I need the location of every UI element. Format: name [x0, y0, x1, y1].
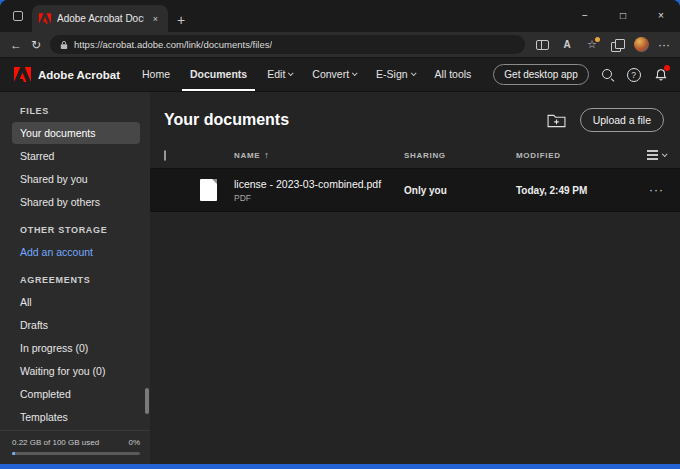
storage-percent: 0% [128, 438, 140, 447]
row-options-icon[interactable]: ··· [649, 183, 680, 197]
browser-profile-avatar[interactable] [634, 37, 649, 52]
get-desktop-app-button[interactable]: Get desktop app [493, 64, 588, 85]
main-header: Your documents Upload a file [150, 92, 680, 142]
split-screen-glyph [536, 40, 549, 50]
browser-window: Adobe Acrobat Documents × + − □ × ← ↻ ht… [0, 0, 680, 464]
storage-progress-bar [12, 452, 140, 455]
acrobat-header-actions: Get desktop app ? [493, 58, 680, 91]
storage-progress-fill [12, 452, 15, 455]
sidebar-item-waiting-for-you[interactable]: Waiting for you (0) [12, 360, 140, 382]
nav-edit[interactable]: Edit [259, 58, 300, 91]
chevron-down-icon [410, 70, 416, 76]
maximize-button[interactable]: □ [604, 0, 642, 30]
sidebar-section-other-storage: OTHER STORAGE [20, 225, 140, 235]
collections-icon[interactable] [609, 37, 625, 53]
taskbar-strip [0, 464, 680, 469]
sidebar-list: FILES Your documents Starred Shared by y… [0, 92, 150, 430]
sidebar-item-shared-by-you[interactable]: Shared by you [12, 168, 140, 190]
list-view-icon [647, 154, 658, 156]
browser-menu-icon[interactable]: ··· [658, 39, 670, 51]
brand-name: Adobe Acrobat [38, 69, 120, 81]
sidebar-item-templates[interactable]: Templates [12, 406, 140, 428]
acrobat-nav: Home Documents Edit Convert E-Sign All t… [134, 58, 479, 91]
select-all-checkbox[interactable] [164, 150, 166, 161]
nav-edit-label: Edit [267, 68, 285, 80]
tab-actions-glyph [13, 11, 23, 21]
upload-file-button[interactable]: Upload a file [580, 108, 664, 132]
tab-actions-menu-icon[interactable] [6, 2, 30, 30]
content-area: FILES Your documents Starred Shared by y… [0, 92, 680, 464]
main-actions: Upload a file [547, 108, 664, 132]
file-name-cell: license - 2023-03-combined.pdf PDF [234, 178, 404, 203]
minimize-button[interactable]: − [566, 0, 604, 30]
main-panel: Your documents Upload a file NAME ↑ SHA [150, 92, 680, 464]
sidebar-item-starred[interactable]: Starred [12, 145, 140, 167]
pdf-thumbnail [200, 179, 217, 201]
create-folder-icon[interactable] [547, 113, 566, 128]
collections-glyph [611, 39, 623, 51]
notification-badge [664, 65, 670, 71]
column-header-modified[interactable]: MODIFIED [516, 151, 646, 160]
nav-esign[interactable]: E-Sign [368, 58, 423, 91]
chevron-down-icon [352, 70, 358, 76]
acrobat-favicon-icon [39, 13, 51, 25]
favorite-badge-dot [595, 37, 600, 42]
close-button[interactable]: × [642, 0, 680, 30]
sidebar-item-all[interactable]: All [12, 291, 140, 313]
browser-tab-strip: Adobe Acrobat Documents × + − □ × [0, 0, 680, 32]
column-header-name[interactable]: NAME ↑ [190, 150, 404, 160]
file-name: license - 2023-03-combined.pdf [234, 178, 404, 190]
page-title: Your documents [164, 111, 289, 129]
sidebar: FILES Your documents Starred Shared by y… [0, 92, 150, 464]
refresh-icon[interactable]: ↻ [31, 39, 41, 51]
storage-usage-text: 0.22 GB of 100 GB used [12, 438, 99, 447]
read-aloud-icon[interactable]: A [559, 37, 575, 53]
window-controls: − □ × [566, 0, 680, 30]
chevron-down-icon [288, 70, 294, 76]
nav-home[interactable]: Home [134, 58, 178, 91]
browser-tab[interactable]: Adobe Acrobat Documents × [32, 5, 168, 32]
sidebar-item-drafts[interactable]: Drafts [12, 314, 140, 336]
sidebar-item-in-progress[interactable]: In progress (0) [12, 337, 140, 359]
acrobat-header: Adobe Acrobat Home Documents Edit Conver… [0, 58, 680, 92]
notifications-bell-icon[interactable] [653, 67, 669, 83]
back-icon[interactable]: ← [10, 39, 22, 51]
tab-close-icon[interactable]: × [150, 13, 161, 25]
nav-all-tools[interactable]: All tools [427, 58, 480, 91]
view-options-button[interactable] [647, 153, 680, 157]
nav-convert[interactable]: Convert [304, 58, 364, 91]
sidebar-item-shared-by-others[interactable]: Shared by others [12, 191, 140, 213]
sidebar-scrollbar[interactable] [145, 388, 149, 414]
file-type: PDF [234, 193, 404, 203]
file-sharing: Only you [404, 185, 516, 196]
adobe-logo-icon [14, 67, 31, 82]
nav-all-tools-label: All tools [435, 68, 472, 80]
sidebar-section-files: FILES [20, 106, 140, 116]
tab-title: Adobe Acrobat Documents [57, 13, 144, 24]
chevron-down-icon [662, 151, 668, 157]
nav-convert-label: Convert [312, 68, 349, 80]
browser-toolbar: ← ↻ https://acrobat.adobe.com/link/docum… [0, 32, 680, 58]
nav-documents[interactable]: Documents [182, 58, 255, 91]
lock-icon [60, 40, 68, 50]
sidebar-item-add-an-account[interactable]: Add an account [12, 241, 140, 263]
add-favorite-icon[interactable]: ☆ [584, 37, 600, 53]
sidebar-item-your-documents[interactable]: Your documents [12, 122, 140, 144]
storage-meter: 0.22 GB of 100 GB used 0% [0, 430, 150, 464]
nav-esign-label: E-Sign [376, 68, 408, 80]
table-header: NAME ↑ SHARING MODIFIED [150, 142, 680, 168]
acrobat-brand[interactable]: Adobe Acrobat [14, 58, 120, 91]
sort-ascending-icon: ↑ [264, 150, 269, 160]
nav-documents-label: Documents [190, 68, 247, 80]
sidebar-item-completed[interactable]: Completed [12, 383, 140, 405]
search-icon[interactable] [601, 68, 615, 82]
help-icon[interactable]: ? [627, 68, 641, 82]
desktop: Adobe Acrobat Documents × + − □ × ← ↻ ht… [0, 0, 680, 469]
sidebar-section-agreements: AGREEMENTS [20, 275, 140, 285]
url-text: https://acrobat.adobe.com/link/documents… [74, 39, 272, 50]
new-tab-button[interactable]: + [177, 13, 185, 27]
address-bar[interactable]: https://acrobat.adobe.com/link/documents… [50, 35, 525, 54]
file-row[interactable]: license - 2023-03-combined.pdf PDF Only … [150, 168, 680, 212]
split-screen-icon[interactable] [534, 37, 550, 53]
column-header-sharing[interactable]: SHARING [404, 151, 516, 160]
